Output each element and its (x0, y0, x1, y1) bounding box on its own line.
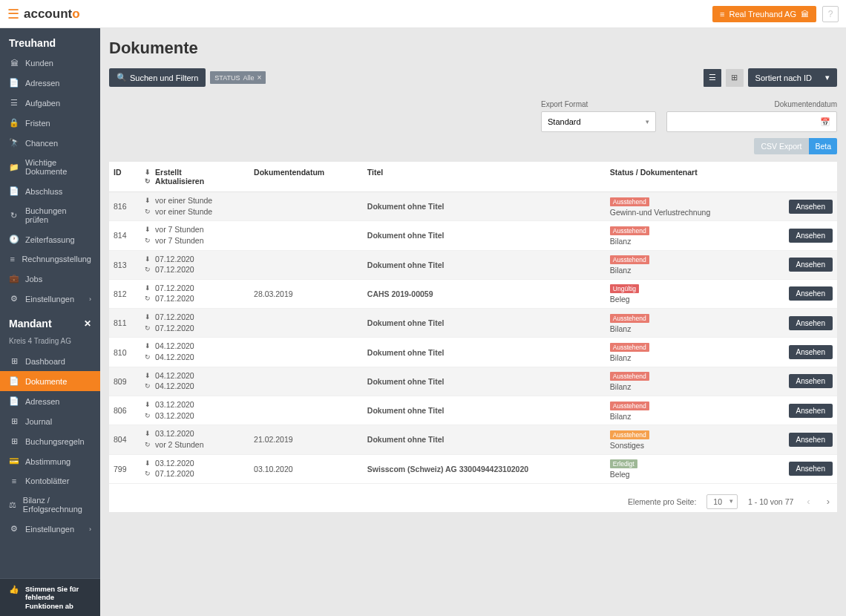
doc-date-input[interactable]: 📅 (666, 111, 837, 132)
org-button[interactable]: ≡ Real Treuhand AG 🏛 (712, 6, 816, 22)
sidebar-item-buchungsregeln[interactable]: ⊞Buchungsregeln (0, 431, 100, 451)
download-icon: ⬇ (145, 197, 152, 206)
view-button[interactable]: Ansehen (789, 404, 833, 418)
sidebar-item-zeiterfassung[interactable]: 🕐Zeiterfassung (0, 229, 100, 249)
table-row: 814⬇vor 7 Stunden↻vor 7 StundenDokument … (109, 221, 837, 250)
sidebar-item-aufgaben[interactable]: ☰Aufgaben (0, 93, 100, 113)
menu-toggle-icon[interactable]: ☰ (7, 6, 19, 22)
cell-id: 811 (109, 309, 140, 338)
sort-button[interactable]: Sortiert nach ID ▾ (748, 68, 837, 87)
cell-title: Dokument ohne Titel (363, 425, 606, 454)
search-filter-button[interactable]: 🔍 Suchen und Filtern (109, 68, 206, 87)
view-button[interactable]: Ansehen (789, 345, 833, 359)
sidebar-item-icon: 📄 (9, 186, 19, 196)
status-badge: Ausstehend (610, 402, 649, 410)
sidebar-item-label: Abschluss (25, 187, 62, 196)
cell-docdate: 28.03.2019 (249, 279, 363, 308)
cell-docdate (249, 367, 363, 396)
sidebar-item-jobs[interactable]: 💼Jobs (0, 269, 100, 289)
sidebar-section-treuhand: Treuhand (0, 28, 100, 53)
sidebar-item-label: Chancen (25, 139, 58, 148)
sidebar-item-icon: ↻ (9, 211, 19, 220)
chip-close-icon[interactable]: × (258, 73, 262, 82)
sidebar-item-einstellungen[interactable]: ⚙Einstellungen› (0, 519, 100, 539)
sidebar-feedback-button[interactable]: 👍 Stimmen Sie für fehlende Funktionen ab (0, 578, 100, 616)
sidebar-item-label: Buchungen prüfen (25, 206, 91, 224)
sidebar-item-kontobl-tter[interactable]: ≡Kontoblätter (0, 471, 100, 491)
download-icon: ⬇ (145, 226, 152, 235)
sidebar-item-label: Dokumente (25, 377, 67, 386)
sidebar-item-einstellungen[interactable]: ⚙Einstellungen› (0, 289, 100, 309)
sidebar-item-rechnungsstellung[interactable]: ≡Rechnungsstellung (0, 249, 100, 269)
help-icon[interactable]: ? (822, 6, 839, 22)
view-button[interactable]: Ansehen (789, 316, 833, 330)
next-page-button[interactable]: › (824, 496, 833, 507)
documents-table: ID ⬇Erstellt ↻Aktualisieren Dokumentenda… (109, 162, 837, 484)
view-grid-button[interactable]: ⊞ (726, 69, 744, 87)
sidebar-item-icon: ⚙ (9, 294, 19, 304)
sidebar-item-dashboard[interactable]: ⊞Dashboard (0, 351, 100, 371)
sidebar-item-adressen[interactable]: 📄Adressen (0, 73, 100, 93)
sidebar-item-bilanz-erfolgsrechnung[interactable]: ⚖Bilanz / Erfolgsrechnung (0, 491, 100, 519)
cell-id: 813 (109, 250, 140, 279)
sidebar-item-abstimmung[interactable]: 💳Abstimmung (0, 451, 100, 471)
chevron-right-icon: › (89, 525, 91, 533)
status-badge: Ausstehend (610, 343, 649, 352)
export-format-select[interactable]: Standard ▾ (541, 111, 656, 132)
sidebar-item-icon: 🏛 (9, 59, 19, 68)
refresh-icon: ↻ (145, 382, 152, 391)
page-range: 1 - 10 von 77 (748, 497, 793, 506)
sidebar-item-adressen[interactable]: 📄Adressen (0, 391, 100, 411)
view-button[interactable]: Ansehen (789, 229, 833, 243)
sidebar: Treuhand 🏛Kunden📄Adressen☰Aufgaben🔒Frist… (0, 28, 100, 616)
col-created: ⬇Erstellt ↻Aktualisieren (140, 162, 249, 192)
sidebar-item-fristen[interactable]: 🔒Fristen (0, 113, 100, 133)
sidebar-item-label: Jobs (25, 275, 42, 284)
table-row: 810⬇04.12.2020↻04.12.2020Dokument ohne T… (109, 338, 837, 367)
prev-page-button[interactable]: ‹ (804, 496, 813, 507)
cell-status: AusstehendGewinn-und Verlustrechnung (606, 192, 761, 221)
table-row: 812⬇07.12.2020↻07.12.202028.03.2019CAHS … (109, 279, 837, 308)
sidebar-item-icon: ≡ (9, 255, 16, 263)
cell-status: AusstehendBilanz (606, 338, 761, 367)
cell-docdate (249, 221, 363, 250)
sidebar-item-abschluss[interactable]: 📄Abschluss (0, 181, 100, 201)
cell-created: ⬇07.12.2020↻07.12.2020 (140, 309, 249, 338)
sidebar-item-chancen[interactable]: 🔭Chancen (0, 133, 100, 153)
view-button[interactable]: Ansehen (789, 462, 833, 476)
view-button[interactable]: Ansehen (789, 258, 833, 272)
csv-export-button[interactable]: CSV Export (754, 138, 810, 154)
view-button[interactable]: Ansehen (789, 286, 833, 301)
sort-button-label: Sortiert nach ID (755, 73, 812, 82)
cell-status: AusstehendBilanz (606, 250, 761, 279)
view-list-button[interactable]: ☰ (704, 69, 721, 87)
export-format-label: Export Format (541, 100, 656, 108)
sidebar-item-journal[interactable]: ⊞Journal (0, 411, 100, 431)
status-badge: Ausstehend (610, 197, 649, 206)
view-button[interactable]: Ansehen (789, 433, 833, 447)
per-page-select[interactable]: 10 (706, 494, 738, 509)
sidebar-item-dokumente[interactable]: 📄Dokumente (0, 371, 100, 391)
cell-created: ⬇04.12.2020↻04.12.2020 (140, 367, 249, 396)
sidebar-item-kunden[interactable]: 🏛Kunden (0, 53, 100, 73)
cell-docdate: 03.10.2020 (249, 454, 363, 483)
bank-icon: 🏛 (801, 10, 809, 19)
view-button[interactable]: Ansehen (789, 200, 833, 214)
chevron-down-icon: ▾ (646, 118, 649, 125)
sidebar-item-buchungen-pr-fen[interactable]: ↻Buchungen prüfen (0, 201, 100, 229)
org-button-label: Real Treuhand AG (729, 10, 796, 19)
close-icon[interactable]: ✕ (84, 318, 91, 329)
cell-title: Dokument ohne Titel (363, 192, 606, 221)
sidebar-item-icon: 💼 (9, 274, 19, 284)
calendar-icon: 📅 (820, 117, 830, 127)
filter-chip-status[interactable]: STATUS Alle × (210, 71, 266, 84)
cell-status: ErledigtBeleg (606, 454, 761, 483)
sidebar-item-icon: 📄 (9, 396, 19, 406)
sidebar-item-label: Zeiterfassung (25, 235, 75, 244)
download-icon: ⬇ (145, 401, 152, 410)
sidebar-item-label: Einstellungen (25, 295, 74, 304)
sidebar-item-wichtige-dokumente[interactable]: 📁Wichtige Dokumente (0, 153, 100, 181)
export-format-value: Standard (548, 117, 581, 126)
bars-icon: ≡ (720, 10, 724, 19)
view-button[interactable]: Ansehen (789, 374, 833, 388)
